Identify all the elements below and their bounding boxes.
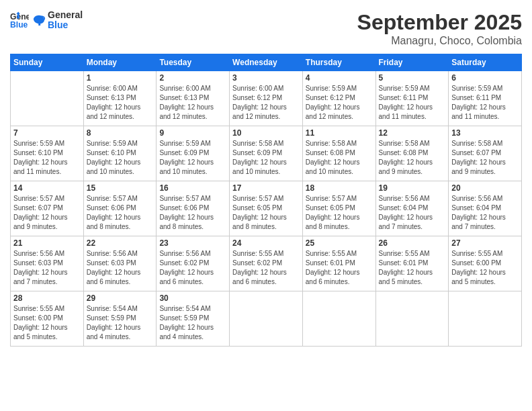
day-number: 27 bbox=[451, 238, 519, 248]
calendar-cell: 25Sunrise: 5:55 AMSunset: 6:01 PMDayligh… bbox=[302, 236, 375, 291]
day-info: Sunrise: 5:59 AMSunset: 6:10 PMDaylight:… bbox=[13, 139, 81, 177]
calendar-cell: 21Sunrise: 5:56 AMSunset: 6:03 PMDayligh… bbox=[11, 236, 84, 291]
day-number: 21 bbox=[13, 238, 81, 248]
calendar-cell bbox=[449, 291, 522, 347]
day-header-thursday: Thursday bbox=[302, 54, 375, 71]
day-number: 18 bbox=[306, 183, 373, 193]
calendar-container: General Blue General Blue Septembe bbox=[0, 0, 532, 411]
calendar-cell bbox=[230, 291, 303, 347]
day-number: 29 bbox=[87, 293, 154, 303]
logo-line2: Blue bbox=[48, 20, 83, 30]
calendar-cell: 18Sunrise: 5:57 AMSunset: 6:05 PMDayligh… bbox=[302, 181, 375, 236]
calendar-cell: 15Sunrise: 5:57 AMSunset: 6:06 PMDayligh… bbox=[83, 181, 157, 236]
title-block: September 2025 Managru, Choco, Colombia bbox=[357, 10, 522, 47]
day-number: 2 bbox=[159, 73, 226, 83]
day-number: 23 bbox=[159, 238, 226, 248]
week-row-1: 7Sunrise: 5:59 AMSunset: 6:10 PMDaylight… bbox=[11, 126, 522, 181]
day-number: 22 bbox=[87, 238, 154, 248]
day-info: Sunrise: 5:55 AMSunset: 6:00 PMDaylight:… bbox=[451, 249, 519, 287]
calendar-cell: 8Sunrise: 5:59 AMSunset: 6:10 PMDaylight… bbox=[83, 126, 157, 181]
logo: General Blue General Blue bbox=[10, 10, 83, 31]
day-info: Sunrise: 5:56 AMSunset: 6:03 PMDaylight:… bbox=[87, 249, 154, 287]
calendar-cell: 29Sunrise: 5:54 AMSunset: 5:59 PMDayligh… bbox=[83, 291, 157, 347]
day-info: Sunrise: 5:55 AMSunset: 6:00 PMDaylight:… bbox=[13, 304, 81, 342]
day-info: Sunrise: 5:58 AMSunset: 6:09 PMDaylight:… bbox=[232, 139, 300, 177]
day-number: 9 bbox=[159, 128, 226, 138]
day-number: 12 bbox=[379, 128, 446, 138]
calendar-cell: 6Sunrise: 5:59 AMSunset: 6:11 PMDaylight… bbox=[449, 71, 522, 126]
day-number: 10 bbox=[232, 128, 300, 138]
day-header-sunday: Sunday bbox=[11, 54, 84, 71]
day-info: Sunrise: 5:57 AMSunset: 6:06 PMDaylight:… bbox=[87, 194, 154, 232]
day-number: 4 bbox=[306, 73, 373, 83]
calendar-cell: 1Sunrise: 6:00 AMSunset: 6:13 PMDaylight… bbox=[83, 71, 157, 126]
calendar-cell: 14Sunrise: 5:57 AMSunset: 6:07 PMDayligh… bbox=[11, 181, 84, 236]
svg-text:Blue: Blue bbox=[10, 21, 28, 30]
calendar-cell: 24Sunrise: 5:55 AMSunset: 6:02 PMDayligh… bbox=[230, 236, 303, 291]
day-number: 7 bbox=[13, 128, 81, 138]
day-info: Sunrise: 5:59 AMSunset: 6:11 PMDaylight:… bbox=[451, 84, 519, 122]
day-number: 16 bbox=[159, 183, 226, 193]
day-info: Sunrise: 5:57 AMSunset: 6:05 PMDaylight:… bbox=[232, 194, 300, 232]
day-info: Sunrise: 5:57 AMSunset: 6:05 PMDaylight:… bbox=[306, 194, 373, 232]
day-header-tuesday: Tuesday bbox=[157, 54, 230, 71]
calendar-cell bbox=[375, 291, 449, 347]
day-info: Sunrise: 6:00 AMSunset: 6:13 PMDaylight:… bbox=[159, 84, 226, 122]
calendar-table: SundayMondayTuesdayWednesdayThursdayFrid… bbox=[10, 54, 522, 347]
day-number: 20 bbox=[451, 183, 519, 193]
day-number: 6 bbox=[451, 73, 519, 83]
calendar-cell: 23Sunrise: 5:56 AMSunset: 6:02 PMDayligh… bbox=[157, 236, 230, 291]
day-number: 15 bbox=[87, 183, 154, 193]
day-info: Sunrise: 5:56 AMSunset: 6:03 PMDaylight:… bbox=[13, 249, 81, 287]
day-header-wednesday: Wednesday bbox=[230, 54, 303, 71]
calendar-cell: 7Sunrise: 5:59 AMSunset: 6:10 PMDaylight… bbox=[11, 126, 84, 181]
day-info: Sunrise: 5:56 AMSunset: 6:04 PMDaylight:… bbox=[379, 194, 446, 232]
week-row-0: 1Sunrise: 6:00 AMSunset: 6:13 PMDaylight… bbox=[11, 71, 522, 126]
calendar-cell: 26Sunrise: 5:55 AMSunset: 6:01 PMDayligh… bbox=[375, 236, 449, 291]
day-info: Sunrise: 5:54 AMSunset: 5:59 PMDaylight:… bbox=[87, 304, 154, 342]
day-info: Sunrise: 5:55 AMSunset: 6:01 PMDaylight:… bbox=[379, 249, 446, 287]
week-row-2: 14Sunrise: 5:57 AMSunset: 6:07 PMDayligh… bbox=[11, 181, 522, 236]
day-info: Sunrise: 5:58 AMSunset: 6:08 PMDaylight:… bbox=[379, 139, 446, 177]
day-info: Sunrise: 6:00 AMSunset: 6:13 PMDaylight:… bbox=[87, 84, 154, 122]
calendar-cell: 13Sunrise: 5:58 AMSunset: 6:07 PMDayligh… bbox=[449, 126, 522, 181]
day-header-friday: Friday bbox=[375, 54, 449, 71]
day-number: 14 bbox=[13, 183, 81, 193]
calendar-cell: 30Sunrise: 5:54 AMSunset: 5:59 PMDayligh… bbox=[157, 291, 230, 347]
day-number: 28 bbox=[13, 293, 81, 303]
calendar-cell: 9Sunrise: 5:59 AMSunset: 6:09 PMDaylight… bbox=[157, 126, 230, 181]
calendar-cell: 2Sunrise: 6:00 AMSunset: 6:13 PMDaylight… bbox=[157, 71, 230, 126]
calendar-cell: 10Sunrise: 5:58 AMSunset: 6:09 PMDayligh… bbox=[230, 126, 303, 181]
week-row-3: 21Sunrise: 5:56 AMSunset: 6:03 PMDayligh… bbox=[11, 236, 522, 291]
calendar-cell: 27Sunrise: 5:55 AMSunset: 6:00 PMDayligh… bbox=[449, 236, 522, 291]
logo-bird-icon bbox=[32, 13, 46, 28]
calendar-cell: 17Sunrise: 5:57 AMSunset: 6:05 PMDayligh… bbox=[230, 181, 303, 236]
day-info: Sunrise: 5:58 AMSunset: 6:08 PMDaylight:… bbox=[306, 139, 373, 177]
day-number: 13 bbox=[451, 128, 519, 138]
day-info: Sunrise: 5:55 AMSunset: 6:01 PMDaylight:… bbox=[306, 249, 373, 287]
logo-line1: General bbox=[48, 10, 83, 20]
calendar-cell: 22Sunrise: 5:56 AMSunset: 6:03 PMDayligh… bbox=[83, 236, 157, 291]
day-info: Sunrise: 5:59 AMSunset: 6:12 PMDaylight:… bbox=[306, 84, 373, 122]
day-info: Sunrise: 5:55 AMSunset: 6:02 PMDaylight:… bbox=[232, 249, 300, 287]
calendar-cell bbox=[302, 291, 375, 347]
day-info: Sunrise: 5:56 AMSunset: 6:02 PMDaylight:… bbox=[159, 249, 226, 287]
calendar-cell: 28Sunrise: 5:55 AMSunset: 6:00 PMDayligh… bbox=[11, 291, 84, 347]
day-number: 24 bbox=[232, 238, 300, 248]
calendar-cell: 4Sunrise: 5:59 AMSunset: 6:12 PMDaylight… bbox=[302, 71, 375, 126]
calendar-cell: 12Sunrise: 5:58 AMSunset: 6:08 PMDayligh… bbox=[375, 126, 449, 181]
day-number: 8 bbox=[87, 128, 154, 138]
day-number: 30 bbox=[159, 293, 226, 303]
logo-icon: General Blue bbox=[10, 11, 29, 30]
day-info: Sunrise: 5:59 AMSunset: 6:10 PMDaylight:… bbox=[87, 139, 154, 177]
day-number: 1 bbox=[87, 73, 154, 83]
calendar-cell: 11Sunrise: 5:58 AMSunset: 6:08 PMDayligh… bbox=[302, 126, 375, 181]
calendar-cell bbox=[11, 71, 84, 126]
calendar-header-row: SundayMondayTuesdayWednesdayThursdayFrid… bbox=[11, 54, 522, 71]
calendar-cell: 5Sunrise: 5:59 AMSunset: 6:11 PMDaylight… bbox=[375, 71, 449, 126]
calendar-cell: 16Sunrise: 5:57 AMSunset: 6:06 PMDayligh… bbox=[157, 181, 230, 236]
calendar-cell: 19Sunrise: 5:56 AMSunset: 6:04 PMDayligh… bbox=[375, 181, 449, 236]
day-info: Sunrise: 5:59 AMSunset: 6:11 PMDaylight:… bbox=[379, 84, 446, 122]
day-number: 17 bbox=[232, 183, 300, 193]
day-info: Sunrise: 5:54 AMSunset: 5:59 PMDaylight:… bbox=[159, 304, 226, 342]
